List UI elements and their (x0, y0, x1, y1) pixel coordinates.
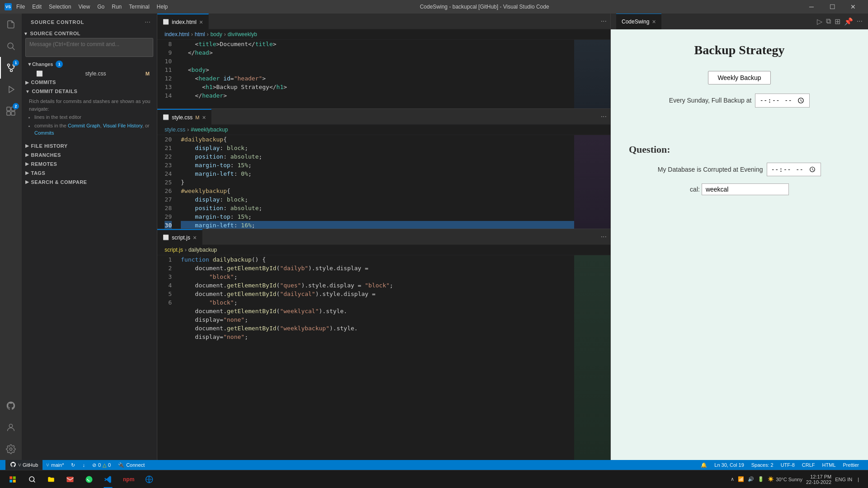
tab-scriptjs[interactable]: ⬜ script.js × (157, 229, 203, 245)
weekly-backup-button[interactable]: Weekly Backup (708, 71, 770, 84)
code-content-stylecss[interactable]: #dailybackup{ display: block; position: … (177, 135, 574, 229)
remotes-header[interactable]: ▶ REMOTES (22, 160, 157, 169)
preview-db-time[interactable] (767, 163, 821, 177)
tab-stylecss-close[interactable]: × (202, 114, 206, 121)
visual-file-history-link[interactable]: Visual File History (103, 123, 142, 128)
search-compare-header[interactable]: ▶ SEARCH & COMPARE (22, 178, 157, 187)
preview-pin-icon[interactable]: 📌 (844, 17, 853, 26)
breadcrumb-stylecss: style.css › #weeklybackup (157, 125, 610, 135)
bc-indexhtml-html[interactable]: html (195, 31, 205, 38)
menu-go[interactable]: Go (97, 4, 104, 10)
status-encoding[interactable]: UTF-8 (777, 460, 798, 470)
file-item-stylecss[interactable]: ⬜ style.css M (25, 70, 153, 78)
preview-play-icon[interactable]: ▷ (817, 17, 822, 26)
menu-edit[interactable]: Edit (32, 4, 42, 10)
activity-explorer[interactable] (0, 14, 22, 35)
file-history-header[interactable]: ▶ FILE HISTORY (22, 141, 157, 150)
activity-source-control[interactable]: 1 (0, 57, 22, 79)
activity-search[interactable] (0, 35, 22, 57)
changes-header[interactable]: ▼ Changes 1 (25, 59, 153, 70)
activity-settings[interactable] (0, 438, 22, 460)
sc-section-header[interactable]: ▼ SOURCE CONTROL (22, 29, 157, 38)
taskbar-browser[interactable] (141, 470, 158, 488)
menu-help[interactable]: Help (157, 4, 168, 10)
preview-layout-icon[interactable]: ⊞ (835, 17, 840, 26)
svg-point-3 (10, 70, 13, 72)
bc-scriptjs-file[interactable]: script.js (165, 247, 183, 253)
status-github[interactable]: ⑂ GitHub (5, 460, 42, 470)
close-button[interactable]: ✕ (843, 0, 863, 14)
tab-indexhtml-close[interactable]: × (199, 19, 203, 26)
status-prettier[interactable]: Prettier (840, 460, 863, 470)
preview-split-icon[interactable]: ⧉ (826, 17, 831, 26)
menu-run[interactable]: Run (112, 4, 122, 10)
file-history-label: FILE HISTORY (31, 143, 68, 149)
taskbar-file-explorer[interactable] (42, 470, 60, 488)
preview-more-icon[interactable]: ··· (857, 17, 863, 26)
commits-link[interactable]: Commits (34, 130, 54, 136)
taskbar-vscode[interactable] (99, 470, 117, 488)
breadcrumb-indexhtml: index.html › html › body › div#weeklyb (157, 29, 610, 40)
taskbar-start-button[interactable] (4, 470, 22, 488)
tray-up-arrow[interactable]: ∧ (731, 476, 734, 482)
tab-stylecss[interactable]: ⬜ style.css M × (157, 109, 212, 125)
tags-header[interactable]: ▶ TAGS (22, 169, 157, 178)
menu-view[interactable]: View (78, 4, 90, 10)
css-line-28: position: absolute; (181, 204, 574, 212)
commit-graph-link[interactable]: Commit Graph (68, 123, 100, 128)
branches-header[interactable]: ▶ BRANCHES (22, 150, 157, 160)
activity-github[interactable] (0, 395, 22, 417)
editor-more-bot[interactable]: ··· (597, 229, 610, 244)
code-content-scriptjs[interactable]: function dailybackup() { document.getEle… (177, 255, 574, 460)
status-errors[interactable]: ⊘ 0 △ 0 (89, 460, 114, 470)
css-line-26: #weeklybackup{ (181, 187, 574, 195)
status-sync[interactable]: ↻ (67, 460, 79, 470)
taskbar-npm[interactable]: npm (118, 470, 139, 488)
bc-scriptjs-fn[interactable]: dailybackup (189, 247, 217, 253)
commit-message-input[interactable] (25, 38, 153, 57)
preview-tab-codeswing[interactable]: CodeSwing × (616, 14, 661, 29)
bc-indexhtml-div[interactable]: div#weeklyb (227, 31, 257, 38)
commit-details-header[interactable]: ▼ COMMIT DETAILS (22, 87, 157, 96)
css-line-29: margin-top: 15%; (181, 212, 574, 221)
restore-button[interactable]: ☐ (822, 0, 843, 14)
tab-scriptjs-close[interactable]: × (193, 234, 197, 241)
bc-indexhtml-file[interactable]: index.html (165, 31, 189, 38)
preview-cal-input[interactable] (702, 183, 789, 195)
editor-more-mid[interactable]: ··· (597, 109, 610, 124)
breadcrumb-scriptjs: script.js › dailybackup (157, 245, 610, 255)
menu-terminal[interactable]: Terminal (129, 4, 149, 10)
status-eol[interactable]: CRLF (798, 460, 819, 470)
status-branch[interactable]: ⑂ main* (42, 460, 67, 470)
minimize-button[interactable]: ─ (801, 0, 822, 14)
sidebar-more-icon[interactable]: ··· (144, 17, 151, 27)
taskbar-search[interactable] (24, 470, 41, 488)
commits-section-header[interactable]: ▶ COMMITS (22, 78, 157, 87)
status-connect[interactable]: 🔌 Connect (114, 460, 148, 470)
fetch-icon: ↓ (82, 462, 85, 468)
activity-extensions[interactable]: 2 (0, 100, 22, 122)
bc-stylecss-file[interactable]: style.css (165, 127, 185, 133)
editor-more-top[interactable]: ··· (597, 14, 610, 29)
taskbar-whatsapp[interactable] (80, 470, 98, 488)
taskbar-email[interactable] (61, 470, 79, 488)
tab-indexhtml[interactable]: ⬜ index.html × (157, 14, 209, 29)
activity-account[interactable] (0, 417, 22, 438)
status-language[interactable]: HTML (819, 460, 840, 470)
bc-indexhtml-body[interactable]: body (210, 31, 222, 38)
preview-fullbackup-time[interactable] (755, 94, 810, 108)
show-desktop-button[interactable]: | (856, 477, 861, 482)
menu-file[interactable]: File (16, 4, 25, 10)
status-fetch[interactable]: ↓ (79, 460, 89, 470)
tab-stylecss-label: style.css (172, 114, 193, 121)
menu-selection[interactable]: Selection (49, 4, 71, 10)
preview-backup-title: Backup Strategy (694, 43, 785, 57)
code-content-indexhtml[interactable]: <title>Document</title> </head> <body> <… (177, 40, 574, 108)
status-spaces[interactable]: Spaces: 2 (748, 460, 777, 470)
bc-stylecss-selector[interactable]: #weeklybackup (191, 127, 228, 133)
window-controls: ─ ☐ ✕ (801, 0, 863, 14)
preview-tab-close[interactable]: × (652, 18, 656, 25)
status-ln-col[interactable]: Ln 30, Col 19 (711, 460, 747, 470)
activity-debug[interactable] (0, 79, 22, 100)
status-notification[interactable]: 🔔 (697, 460, 711, 470)
